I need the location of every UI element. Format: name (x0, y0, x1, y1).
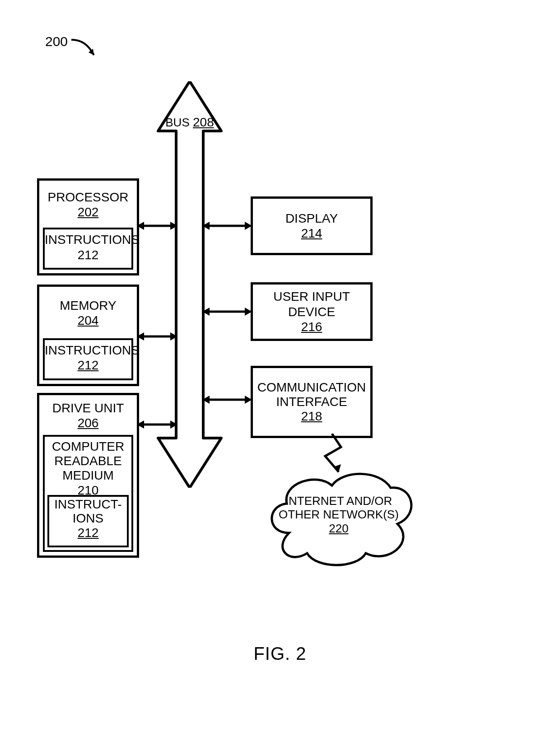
memory-instructions-label: INSTRUCTIONS (45, 343, 131, 358)
figure-number-pointer-arrow (68, 36, 104, 63)
svg-marker-7 (170, 332, 177, 341)
drive-bus-connector (137, 418, 177, 431)
display-label: DISPLAY (253, 211, 370, 226)
memory-instructions-ref: 212 (45, 358, 131, 373)
drive-instructions-label-1: INSTRUCT- (49, 498, 127, 512)
network-cloud-label: INTERNET AND/OR OTHER NETWORK(S) (271, 495, 406, 522)
network-cloud-text: INTERNET AND/OR OTHER NETWORK(S) 220 (271, 495, 406, 536)
comm-bus-connector (202, 393, 252, 406)
svg-marker-12 (202, 222, 210, 230)
svg-marker-18 (202, 396, 210, 404)
processor-instructions-ref: 212 (45, 247, 131, 263)
svg-marker-10 (170, 420, 177, 429)
communication-interface-box: COMMUNICATION INTERFACE 218 (251, 366, 373, 438)
drive-instructions-box: INSTRUCT- IONS 212 (47, 495, 129, 547)
display-bus-connector (202, 219, 252, 233)
bus-label-row: BUS 208 (163, 115, 216, 130)
svg-marker-19 (245, 396, 252, 404)
processor-label: PROCESSOR (39, 190, 137, 205)
display-box: DISPLAY 214 (251, 196, 373, 255)
drive-instructions-ref: 212 (49, 526, 127, 540)
memory-instructions-box: INSTRUCTIONS 212 (43, 338, 133, 380)
user-input-device-ref: 216 (253, 320, 370, 334)
memory-box: MEMORY 204 INSTRUCTIONS 212 (37, 285, 139, 386)
drive-unit-ref: 206 (39, 416, 137, 430)
computer-readable-medium-box: COMPUTER READABLE MEDIUM 210 INSTRUCT- I… (43, 435, 133, 552)
processor-instructions-label: INSTRUCTIONS (45, 232, 131, 247)
memory-label: MEMORY (39, 298, 137, 313)
svg-marker-15 (202, 308, 210, 316)
communication-interface-label: COMMUNICATION INTERFACE (253, 380, 370, 409)
svg-marker-9 (137, 420, 144, 429)
drive-instructions-label-2: IONS (49, 512, 127, 526)
bus-ref: 208 (193, 115, 214, 129)
svg-marker-4 (170, 222, 177, 230)
figure-caption: FIG. 2 (0, 644, 560, 664)
display-ref: 214 (253, 226, 370, 241)
svg-marker-16 (245, 308, 252, 316)
svg-marker-13 (245, 222, 252, 230)
computer-readable-medium-label: COMPUTER READABLE MEDIUM (45, 439, 131, 483)
memory-bus-connector (137, 330, 177, 343)
diagram-root: 200 BUS 208 PROCESSOR 202 INSTRUCTIONS 2… (0, 0, 560, 742)
drive-unit-label: DRIVE UNIT (39, 401, 137, 416)
processor-bus-connector (137, 219, 177, 233)
user-input-device-label: USER INPUT DEVICE (253, 289, 370, 319)
svg-marker-6 (137, 332, 144, 341)
user-input-bus-connector (202, 305, 252, 318)
processor-ref: 202 (39, 205, 137, 219)
communication-interface-ref: 218 (253, 409, 370, 424)
processor-box: PROCESSOR 202 INSTRUCTIONS 212 (37, 178, 139, 275)
drive-unit-box: DRIVE UNIT 206 COMPUTER READABLE MEDIUM … (37, 393, 139, 558)
svg-marker-3 (137, 222, 144, 230)
bus-label: BUS (165, 116, 189, 129)
processor-instructions-box: INSTRUCTIONS 212 (43, 228, 133, 270)
figure-number: 200 (45, 34, 68, 49)
network-cloud-ref: 220 (271, 522, 406, 536)
memory-ref: 204 (39, 313, 137, 328)
user-input-device-box: USER INPUT DEVICE 216 (251, 282, 373, 341)
